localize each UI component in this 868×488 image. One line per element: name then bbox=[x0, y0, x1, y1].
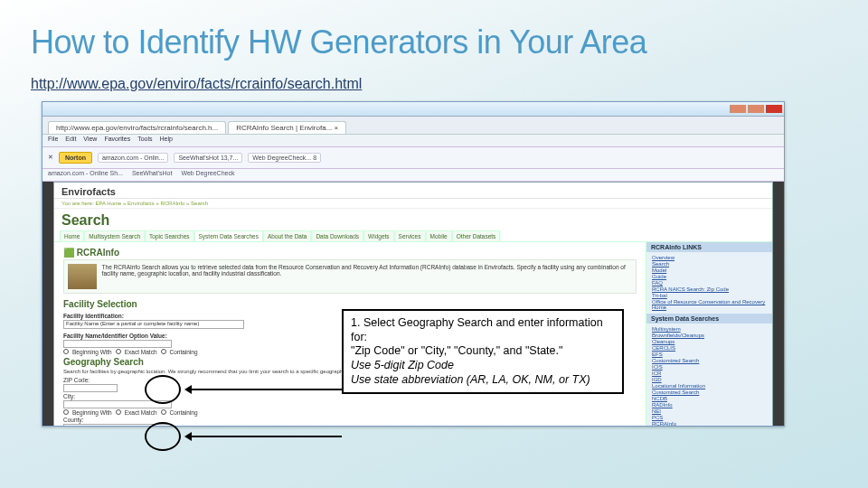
sidebar-list: Multisystem Brownfields/Cleanups Cleanup… bbox=[652, 326, 767, 427]
x-icon[interactable]: ✕ bbox=[48, 154, 53, 161]
radio-city-beginning[interactable] bbox=[63, 409, 69, 415]
bookmark-item[interactable]: amazon.com - Online Sh... bbox=[48, 170, 123, 180]
norton-button[interactable]: Norton bbox=[59, 152, 92, 164]
menu-favorites[interactable]: Favorites bbox=[104, 136, 130, 145]
sidebar-link[interactable]: Customized Search bbox=[652, 358, 767, 363]
menu-edit[interactable]: Edit bbox=[65, 136, 76, 145]
menu-file[interactable]: File bbox=[48, 136, 58, 145]
radio-label: Containing bbox=[170, 409, 198, 416]
reference-url[interactable]: http://www.epa.gov/enviro/facts/rcrainfo… bbox=[31, 76, 362, 92]
bookmark-item[interactable]: SeeWhat'sHot bbox=[132, 170, 173, 180]
rcra-description: The RCRAInfo Search allows you to retrie… bbox=[102, 264, 632, 289]
sidebar-link[interactable]: RCRA NAICS Search: Zip Code bbox=[652, 286, 767, 292]
sidebar-link[interactable]: Model bbox=[652, 267, 767, 273]
radio-city-exact[interactable] bbox=[116, 409, 121, 415]
browser-tab[interactable]: http://www.epa.gov/enviro/facts/rcrainfo… bbox=[48, 121, 226, 134]
radio-containing[interactable] bbox=[161, 349, 166, 354]
radio-city-containing[interactable] bbox=[161, 409, 166, 415]
menu-view[interactable]: View bbox=[83, 136, 97, 145]
rcra-info-box: The RCRAInfo Search allows you to retrie… bbox=[63, 259, 637, 294]
sidebar-link[interactable]: RCRAInfo bbox=[652, 421, 767, 427]
nav-tab[interactable]: Data Downloads bbox=[311, 230, 363, 241]
sidebar-link[interactable]: Customized Search bbox=[652, 389, 767, 395]
county-label: County: bbox=[63, 417, 83, 423]
zip-input[interactable] bbox=[63, 384, 118, 392]
toolbar-button[interactable]: SeeWhat'sHot 13,7... bbox=[174, 153, 242, 163]
annotation-oval-zip bbox=[145, 375, 181, 404]
sidebar: RCRAInfo LINKS Overview Search Model Gui… bbox=[646, 242, 772, 427]
callout-line: Use 5-digit Zip Code bbox=[351, 359, 615, 373]
nav-tab[interactable]: Topic Searches bbox=[145, 230, 193, 241]
nav-tab[interactable]: Multisystem Search bbox=[84, 230, 145, 241]
toolbar-button[interactable]: amazon.com - Onlin... bbox=[98, 153, 168, 163]
radio-label: Containing bbox=[170, 349, 198, 355]
sidebar-link[interactable]: ICR bbox=[652, 371, 767, 376]
sidebar-heading: System Data Searches bbox=[646, 314, 772, 324]
sidebar-link[interactable]: Guide bbox=[652, 274, 767, 279]
maximize-icon[interactable] bbox=[748, 105, 764, 113]
zip-label: ZIP Code: bbox=[63, 377, 90, 383]
annotation-oval-county bbox=[145, 422, 181, 451]
sidebar-link[interactable]: NEI bbox=[652, 408, 767, 414]
sidebar-link[interactable]: CERCLIS bbox=[652, 345, 767, 351]
radio-label: Exact Match bbox=[125, 409, 157, 416]
callout-line: Use state abbreviation (AR, LA, OK, NM, … bbox=[351, 373, 615, 388]
browser-toolbar: ✕ Norton amazon.com - Onlin... SeeWhat's… bbox=[42, 147, 784, 169]
window-titlebar bbox=[42, 102, 784, 117]
breadcrumb: You are here: EPA Home » Envirofacts » R… bbox=[54, 199, 772, 209]
sidebar-link[interactable]: Office of Resource Conservation and Reco… bbox=[652, 299, 767, 310]
sidebar-link[interactable]: IGD bbox=[652, 377, 767, 382]
sidebar-link[interactable]: PCS bbox=[652, 415, 767, 420]
nav-tab[interactable]: About the Data bbox=[263, 230, 311, 241]
slide-title: How to Identify HW Generators in Your Ar… bbox=[31, 25, 837, 60]
bookmark-item[interactable]: Web DegreeCheck bbox=[181, 170, 234, 180]
facility-selection-heading: Facility Selection bbox=[63, 299, 637, 309]
instruction-callout: 1. Select Geography Search and enter inf… bbox=[342, 309, 624, 394]
nav-tab[interactable]: Services bbox=[394, 230, 426, 241]
bookmark-bar: amazon.com - Online Sh... SeeWhat'sHot W… bbox=[42, 169, 784, 182]
radio-label: Beginning With bbox=[72, 349, 112, 355]
radio-beginning[interactable] bbox=[63, 349, 69, 354]
callout-line: "Zip Code" or "City," "County," and "Sta… bbox=[351, 344, 615, 359]
callout-line: 1. Select Geography Search and enter inf… bbox=[351, 316, 615, 344]
city-label: City: bbox=[63, 393, 75, 399]
sidebar-link[interactable]: FAQ bbox=[652, 280, 767, 286]
facility-id-select[interactable]: Facility Name (Enter a partial or comple… bbox=[63, 320, 244, 329]
nav-tab[interactable]: Other Datasets bbox=[452, 230, 501, 241]
radio-label: Beginning With bbox=[72, 409, 112, 416]
rcra-title: 🟩 RCRAInfo bbox=[63, 248, 637, 258]
nav-tabs: Home Multisystem Search Topic Searches S… bbox=[54, 230, 772, 242]
sidebar-link[interactable]: NCDB bbox=[652, 396, 767, 401]
annotation-arrow bbox=[186, 436, 342, 437]
browser-menubar: File Edit View Favorites Tools Help bbox=[42, 135, 784, 147]
sidebar-link[interactable]: Brownfields/Cleanups bbox=[652, 333, 767, 338]
nav-tab[interactable]: Home bbox=[60, 230, 84, 241]
facility-value-input[interactable] bbox=[63, 340, 172, 348]
menu-tools[interactable]: Tools bbox=[137, 136, 152, 145]
nav-tab[interactable]: Mobile bbox=[426, 230, 452, 241]
sidebar-heading: RCRAInfo LINKS bbox=[646, 242, 772, 252]
sidebar-link[interactable]: Locational Information bbox=[652, 383, 767, 389]
sidebar-link[interactable]: EFS bbox=[652, 352, 767, 357]
sidebar-link[interactable]: Tri-bal bbox=[652, 293, 767, 298]
minimize-icon[interactable] bbox=[730, 105, 746, 113]
sidebar-link[interactable]: Search bbox=[652, 261, 767, 267]
site-brand: Envirofacts bbox=[54, 183, 772, 199]
radio-exact[interactable] bbox=[116, 349, 121, 354]
sidebar-link[interactable]: RADInfo bbox=[652, 402, 767, 408]
nav-tab[interactable]: System Data Searches bbox=[194, 230, 263, 241]
browser-tabbar: http://www.epa.gov/enviro/facts/rcrainfo… bbox=[42, 117, 784, 135]
annotation-arrow bbox=[186, 389, 342, 390]
menu-help[interactable]: Help bbox=[160, 136, 173, 145]
sidebar-list: Overview Search Model Guide FAQ RCRA NAI… bbox=[652, 255, 767, 310]
sidebar-link[interactable]: ICIS bbox=[652, 364, 767, 370]
sidebar-link[interactable]: Cleanups bbox=[652, 339, 767, 344]
sidebar-link[interactable]: Multisystem bbox=[652, 326, 767, 332]
page-heading: Search bbox=[54, 209, 772, 230]
nav-tab[interactable]: Widgets bbox=[363, 230, 393, 241]
sidebar-link[interactable]: Overview bbox=[652, 255, 767, 260]
radio-label: Exact Match bbox=[125, 349, 157, 355]
browser-tab[interactable]: RCRAInfo Search | Envirofa... × bbox=[228, 121, 346, 134]
toolbar-button[interactable]: Web DegreeCheck... 8 bbox=[248, 153, 321, 163]
close-icon[interactable] bbox=[766, 105, 782, 113]
